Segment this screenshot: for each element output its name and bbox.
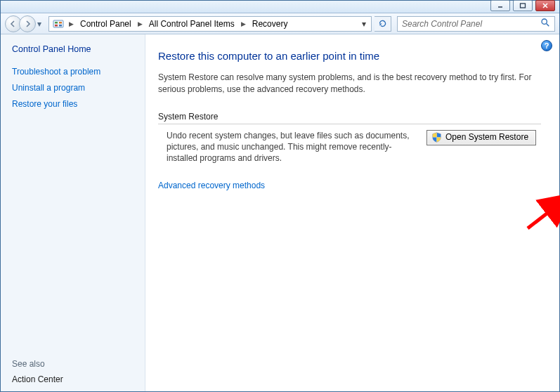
troubleshoot-link[interactable]: Troubleshoot a problem (12, 67, 134, 77)
svg-rect-5 (55, 22, 58, 24)
body: Control Panel Home Troubleshoot a proble… (1, 34, 559, 391)
address-bar[interactable]: ▶ Control Panel ▶ All Control Panel Item… (48, 16, 372, 32)
annotation-arrow (523, 190, 560, 235)
svg-rect-6 (59, 22, 62, 24)
chevron-right-icon: ▶ (241, 20, 246, 27)
advanced-recovery-link[interactable]: Advanced recovery methods (158, 181, 547, 190)
breadcrumb-item[interactable]: All Control Panel Items (148, 19, 236, 29)
group-description: Undo recent system changes, but leave fi… (167, 130, 412, 164)
history-dropdown[interactable]: ▾ (36, 19, 43, 29)
page-heading: Restore this computer to an earlier poin… (158, 50, 547, 62)
window: ▾ ▶ Control Panel ▶ All Control Panel It… (0, 0, 560, 392)
chevron-down-icon[interactable]: ▾ (362, 19, 366, 29)
search-icon[interactable] (540, 18, 550, 30)
svg-rect-7 (55, 25, 58, 27)
window-controls (490, 0, 555, 11)
address-bar-tail: ▾ (362, 19, 368, 29)
breadcrumb-item[interactable]: Control Panel (79, 19, 133, 29)
control-panel-home-link[interactable]: Control Panel Home (12, 44, 134, 54)
chevron-right-icon: ▶ (138, 20, 143, 27)
breadcrumb-item[interactable]: Recovery (251, 19, 289, 29)
minimize-button[interactable] (490, 0, 510, 11)
search-input[interactable]: Search Control Panel (397, 16, 555, 32)
navbar: ▾ ▶ Control Panel ▶ All Control Panel It… (1, 13, 559, 34)
see-also-label: See also (12, 359, 134, 369)
help-icon[interactable]: ? (541, 40, 552, 51)
sidebar: Control Panel Home Troubleshoot a proble… (1, 34, 145, 391)
svg-rect-8 (59, 25, 62, 27)
svg-line-10 (547, 24, 549, 27)
close-button[interactable] (535, 0, 555, 11)
shield-icon (431, 132, 442, 143)
nav-history: ▾ (5, 15, 43, 32)
svg-rect-1 (521, 4, 526, 8)
search-placeholder: Search Control Panel (402, 19, 482, 29)
open-system-restore-label: Open System Restore (445, 132, 528, 142)
svg-line-11 (528, 195, 560, 228)
titlebar (1, 1, 559, 13)
group-label: System Restore (158, 112, 547, 122)
see-also: See also Action Center (12, 359, 134, 384)
system-restore-group: System Restore Undo recent system change… (158, 112, 547, 164)
svg-point-9 (542, 19, 547, 24)
forward-button[interactable] (19, 15, 36, 32)
chevron-right-icon: ▶ (69, 20, 74, 27)
page-description: System Restore can resolve many system p… (158, 72, 538, 96)
uninstall-link[interactable]: Uninstall a program (12, 83, 134, 93)
open-system-restore-button[interactable]: Open System Restore (426, 130, 536, 145)
action-center-link[interactable]: Action Center (12, 374, 134, 384)
content: ? Restore this computer to an earlier po… (145, 34, 559, 391)
maximize-button[interactable] (513, 0, 533, 11)
restore-files-link[interactable]: Restore your files (12, 99, 134, 109)
group-divider (158, 124, 541, 124)
refresh-button[interactable] (375, 16, 391, 32)
control-panel-icon (52, 18, 64, 30)
